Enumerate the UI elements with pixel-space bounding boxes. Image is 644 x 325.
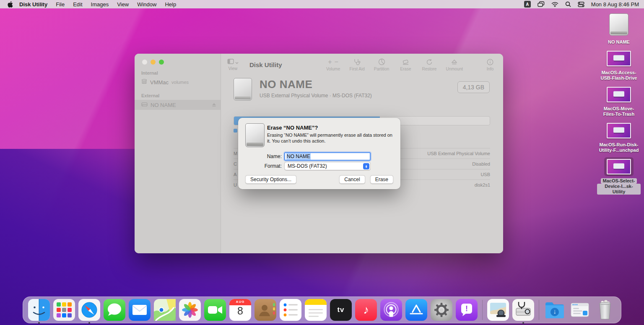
dock-facetime-icon[interactable] [204,299,226,321]
partition-icon [378,58,385,66]
menu-item-help[interactable]: Help [161,1,180,8]
firstaid-icon [353,58,361,66]
dock-trash-icon[interactable] [594,299,616,321]
desktop-icon-macos-access-usb-flash-drive[interactable]: MacOS-Access-USB-Flash-Drive [597,49,641,81]
dock-notes-icon[interactable] [305,299,327,321]
info-value: USB [480,172,490,177]
format-label: Format: [238,163,284,169]
desktop-icon-label: MacOS-Select-Device-I...sk-Utility [597,178,641,195]
dock-finder-icon[interactable] [28,299,50,321]
menu-bar: Disk Utility File Edit Images View Windo… [0,0,644,8]
dock-appstore-icon[interactable] [405,299,427,321]
name-input-selected-text: NO NAME [286,153,311,160]
running-indicator-dot [38,322,40,324]
desktop-icons: NO NAMEMacOS-Access-USB-Flash-DriveMacOS… [597,12,641,199]
running-indicator-dot [88,322,90,324]
info-label: A [234,172,236,177]
erase-button[interactable]: Erase [370,175,393,184]
dock: AUG8tv♪!↓ [23,296,621,323]
dock-photos-icon[interactable] [179,299,201,321]
menu-clock[interactable]: Mon 8 Aug 8:46 PM [591,1,639,8]
eject-icon[interactable] [212,102,216,108]
name-label: Name: [238,153,284,159]
volume-header: NO NAME USB External Physical Volume · M… [234,78,490,101]
dialog-message: Erasing “NO NAME” will permanently erase… [267,132,394,144]
wifi-icon[interactable] [551,2,558,7]
dock-separator [539,300,539,320]
volume-name: NO NAME [260,78,372,91]
popup-stepper-icon: ▲▼ [363,163,369,169]
desktop-icon-macos-select-device-i-sk-utility[interactable]: MacOS-Select-Device-I...sk-Utility [597,157,641,195]
dock-podcasts-icon[interactable] [380,299,402,321]
info-label: M [234,151,237,156]
dock-settings-icon[interactable] [431,299,452,321]
info-value: Disabled [472,161,490,166]
dock-contacts-icon[interactable] [254,299,276,321]
dock-reminders-icon[interactable] [280,299,301,321]
dock-music-icon[interactable]: ♪ [355,299,377,321]
layers-icon [141,79,147,86]
spotlight-icon[interactable] [565,1,571,7]
desktop-icon-label: MacOS-Access-USB-Flash-Drive [601,70,637,81]
menu-item-window[interactable]: Window [133,1,161,8]
info-value: USB External Physical Volume [427,151,490,156]
running-indicator-dot [522,322,524,324]
dock-messages-icon[interactable] [104,299,125,321]
info-label: U [234,182,237,187]
close-button[interactable] [142,60,147,65]
control-center-icon[interactable] [578,2,584,7]
dock-maps-icon[interactable] [154,299,176,321]
partition-toolbar-button[interactable]: Partition [374,58,390,71]
menu-item-app[interactable]: Disk Utility [15,1,52,8]
window-title: Disk Utility [249,61,282,68]
dock-downloads-icon[interactable]: ↓ [544,299,566,321]
minimize-button[interactable] [151,60,156,65]
restore-icon [426,58,433,66]
desktop-icon-macos-run-disk-utility-f-unchpad[interactable]: MacOS-Run-Disk-Utility-F...unchpad [597,121,641,153]
sidebar-section-header: Internal [135,65,221,77]
zoom-button[interactable] [159,60,164,65]
sidebar-item-vmmac[interactable]: VMMacvolumes [135,77,221,87]
sidebar-item-no-name[interactable]: NO NAME [135,100,221,110]
firstaid-toolbar-button[interactable]: First Aid [350,58,365,71]
dock-minwindow-icon[interactable] [569,299,591,321]
menu-item-edit[interactable]: Edit [69,1,86,8]
format-select[interactable]: MS-DOS (FAT32) ▲▼ [284,162,371,170]
info-toolbar-button[interactable]: Info [483,58,497,71]
info-label: C [234,161,237,166]
menu-item-view[interactable]: View [113,1,133,8]
dock-separator [482,300,483,320]
dialog-title: Erase “NO NAME”? [267,125,318,131]
volume-description: USB External Physical Volume · MS-DOS (F… [260,93,372,99]
apple-menu-icon[interactable] [5,1,15,8]
security-options-button[interactable]: Security Options... [245,175,296,184]
restore-toolbar-button[interactable]: Restore [422,58,436,71]
chevron-down-icon [235,58,239,66]
menu-item-images[interactable]: Images [87,1,113,8]
screenshot-file-icon [607,51,631,66]
dock-mail-icon[interactable] [129,299,151,321]
dock-launchpad-icon[interactable] [53,299,75,321]
unmount-toolbar-button[interactable]: Unmount [446,58,463,71]
input-source-icon[interactable]: A [524,1,531,8]
dock-calendar-icon[interactable]: AUG8 [229,299,251,321]
desktop-icon-macos-move-files-to-trash[interactable]: MacOS-Move-Files-To-Trash [597,85,641,117]
erase-icon [402,58,409,66]
mission-control-icon[interactable] [538,1,545,7]
info-icon [487,58,493,66]
dialog-drive-icon [245,123,265,147]
cancel-button[interactable]: Cancel [339,175,365,184]
capacity-legend-dot [234,129,237,133]
volume-toolbar-button[interactable]: +−Volume [326,58,340,71]
dock-safari-icon[interactable] [78,299,100,321]
erase-toolbar-button[interactable]: Erase [398,58,413,71]
screenshot-file-icon [607,87,631,102]
desktop-icon-no-name[interactable]: NO NAME [597,12,641,45]
menu-item-file[interactable]: File [52,1,69,8]
view-button[interactable]: View [227,58,239,71]
dock-feedback-icon[interactable]: ! [456,299,478,321]
dock-diskutility-icon[interactable] [512,299,534,321]
dock-tv-icon[interactable]: tv [330,299,352,321]
dock-preview-icon[interactable] [487,299,509,321]
name-input[interactable]: NO NAME [284,152,371,161]
